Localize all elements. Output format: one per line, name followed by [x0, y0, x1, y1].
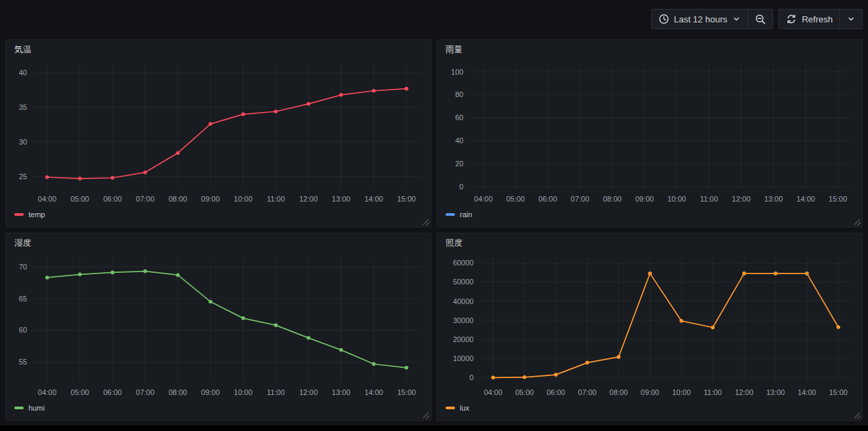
clock-icon: [658, 14, 669, 24]
svg-text:65: 65: [19, 295, 27, 303]
svg-text:40000: 40000: [453, 297, 473, 305]
panel-resize-handle[interactable]: [852, 217, 861, 226]
rain-chart[interactable]: 02040608010004:0005:0006:0007:0008:0009:…: [443, 57, 856, 208]
svg-text:04:00: 04:00: [38, 389, 56, 397]
svg-text:11:00: 11:00: [267, 195, 285, 204]
panel-temperature: 気温 2530354004:0005:0006:0007:0008:0009:0…: [5, 39, 431, 227]
temp-legend-swatch: [14, 213, 24, 216]
svg-text:07:00: 07:00: [136, 195, 154, 204]
legend: rain: [437, 208, 862, 227]
svg-text:08:00: 08:00: [168, 389, 186, 397]
lux-chart[interactable]: 010000200003000040000500006000004:0005:0…: [443, 250, 856, 401]
panel-resize-handle[interactable]: [421, 411, 430, 419]
svg-text:07:00: 07:00: [571, 195, 589, 204]
chevron-down-icon: [732, 14, 741, 24]
svg-text:12:00: 12:00: [299, 389, 317, 397]
svg-text:55: 55: [19, 358, 27, 367]
svg-text:70: 70: [19, 263, 27, 271]
refresh-interval-dropdown[interactable]: [840, 10, 862, 29]
time-range-button[interactable]: Last 12 hours: [652, 10, 749, 29]
svg-text:10:00: 10:00: [672, 389, 690, 397]
svg-text:0: 0: [469, 373, 473, 381]
svg-text:05:00: 05:00: [71, 389, 89, 397]
panel-resize-handle[interactable]: [421, 217, 430, 226]
refresh-button[interactable]: Refresh: [779, 10, 840, 29]
humi-chart[interactable]: 5560657004:0005:0006:0007:0008:0009:0010…: [12, 250, 425, 401]
svg-text:09:00: 09:00: [201, 195, 220, 204]
svg-text:0: 0: [459, 183, 463, 191]
svg-text:14:00: 14:00: [364, 195, 382, 204]
svg-text:09:00: 09:00: [201, 389, 220, 397]
svg-text:20: 20: [455, 160, 463, 168]
rain-chart-region: 02040608010004:0005:0006:0007:0008:0009:…: [437, 57, 862, 208]
svg-text:40: 40: [19, 69, 27, 77]
refresh-group: Refresh: [778, 9, 863, 29]
svg-text:08:00: 08:00: [610, 389, 628, 397]
svg-text:10000: 10000: [453, 354, 473, 362]
legend-label[interactable]: lux: [460, 404, 469, 412]
legend-label[interactable]: rain: [460, 210, 472, 219]
time-range-label: Last 12 hours: [674, 14, 728, 24]
svg-text:30: 30: [19, 138, 27, 146]
svg-text:60: 60: [455, 114, 463, 122]
svg-text:15:00: 15:00: [397, 389, 416, 397]
svg-text:10:00: 10:00: [234, 389, 252, 397]
panel-title[interactable]: 雨量: [437, 40, 862, 57]
svg-text:100: 100: [451, 68, 463, 76]
humi-chart-region: 5560657004:0005:0006:0007:0008:0009:0010…: [6, 250, 431, 401]
temp-chart[interactable]: 2530354004:0005:0006:0007:0008:0009:0010…: [12, 57, 425, 208]
svg-text:06:00: 06:00: [103, 389, 121, 397]
svg-text:06:00: 06:00: [547, 389, 565, 397]
panel-illuminance: 照度 010000200003000040000500006000004:000…: [437, 233, 863, 421]
svg-text:14:00: 14:00: [796, 195, 814, 204]
svg-text:60: 60: [19, 326, 27, 335]
humi-legend-swatch: [14, 407, 24, 409]
svg-text:35: 35: [19, 103, 27, 111]
svg-text:15:00: 15:00: [397, 195, 416, 204]
svg-text:06:00: 06:00: [538, 195, 557, 204]
svg-text:12:00: 12:00: [299, 195, 317, 204]
dashboard-grid: 気温 2530354004:0005:0006:0007:0008:0009:0…: [5, 39, 863, 421]
panel-title[interactable]: 気温: [6, 40, 431, 57]
legend-label[interactable]: temp: [28, 210, 45, 219]
svg-text:80: 80: [455, 91, 463, 99]
svg-text:10:00: 10:00: [667, 195, 686, 204]
svg-text:11:00: 11:00: [700, 195, 718, 204]
svg-text:04:00: 04:00: [484, 389, 502, 397]
svg-text:25: 25: [19, 172, 27, 181]
temp-chart-region: 2530354004:0005:0006:0007:0008:0009:0010…: [6, 57, 431, 208]
chevron-down-icon: [846, 14, 856, 24]
rain-legend-swatch: [446, 213, 455, 216]
panel-title[interactable]: 湿度: [6, 233, 431, 250]
svg-text:06:00: 06:00: [103, 195, 121, 204]
svg-text:07:00: 07:00: [136, 389, 154, 397]
svg-text:20000: 20000: [453, 335, 473, 343]
svg-text:13:00: 13:00: [766, 389, 785, 397]
svg-text:13:00: 13:00: [764, 195, 783, 204]
dashboard-toolbar: Last 12 hours Refresh: [651, 9, 863, 29]
svg-text:08:00: 08:00: [168, 195, 186, 204]
svg-text:13:00: 13:00: [332, 389, 350, 397]
svg-text:05:00: 05:00: [507, 195, 525, 204]
svg-text:09:00: 09:00: [641, 389, 659, 397]
svg-text:11:00: 11:00: [267, 389, 285, 397]
legend-label[interactable]: humi: [28, 404, 45, 412]
svg-text:60000: 60000: [453, 259, 473, 267]
svg-text:09:00: 09:00: [635, 195, 654, 204]
svg-text:15:00: 15:00: [829, 389, 847, 397]
svg-text:40: 40: [455, 136, 463, 145]
svg-text:10:00: 10:00: [234, 195, 252, 204]
legend: temp: [6, 208, 431, 227]
panel-humidity: 湿度 5560657004:0005:0006:0007:0008:0009:0…: [5, 233, 431, 421]
svg-text:14:00: 14:00: [364, 389, 382, 397]
panel-resize-handle[interactable]: [852, 411, 861, 419]
svg-text:50000: 50000: [453, 278, 473, 286]
zoom-out-button[interactable]: [748, 10, 772, 29]
panel-title[interactable]: 照度: [437, 233, 862, 250]
svg-text:12:00: 12:00: [732, 195, 750, 204]
refresh-sync-icon: [786, 14, 797, 24]
svg-text:04:00: 04:00: [474, 195, 492, 204]
legend: humi: [6, 402, 431, 420]
svg-text:30000: 30000: [453, 316, 473, 324]
panel-rain: 雨量 02040608010004:0005:0006:0007:0008:00…: [437, 39, 863, 227]
